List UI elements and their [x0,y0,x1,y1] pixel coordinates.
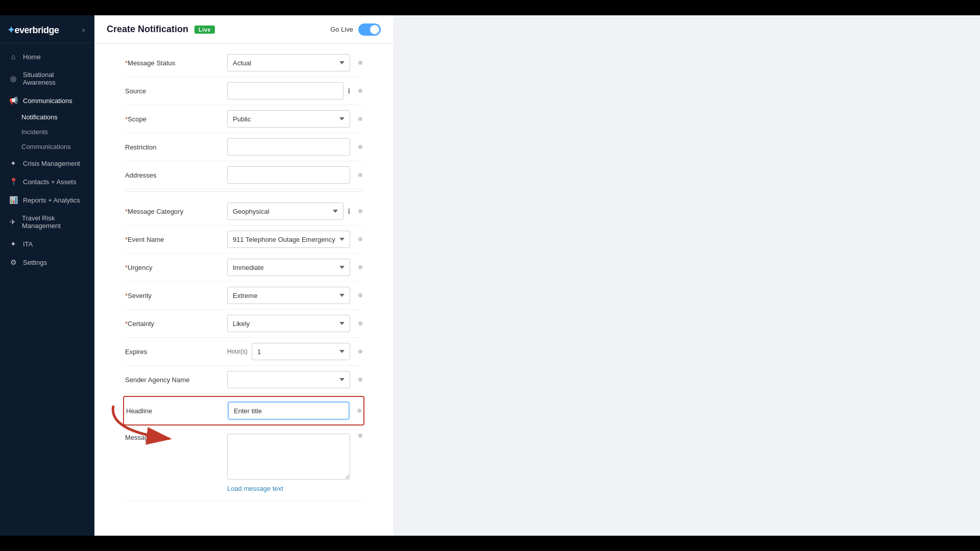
sidebar-item-situational-awareness-label: Situational Awareness [23,71,87,86]
situational-awareness-icon: ◎ [9,74,18,83]
expires-row: Expires Hour(s) 1 2 3 6 12 24 48 72 [125,338,362,366]
restriction-label: Restriction [125,143,227,151]
expires-control: Hour(s) 1 2 3 6 12 24 48 72 [227,343,350,360]
sidebar-sub-incidents-label: Incidents [21,128,48,136]
expires-label: Expires [125,348,227,356]
message-status-control: Actual Exercise System Test Draft [227,54,350,71]
form-container: *Message Status Actual Exercise System T… [94,44,393,536]
main-area: Create Notification Live Go Live *Messag… [94,15,393,536]
message-textarea[interactable] [227,434,350,480]
message-row: Message Load message text [125,428,362,501]
scope-indicator [358,117,362,121]
sidebar-item-home-label: Home [23,53,41,61]
severity-select[interactable]: Extreme Severe Moderate Minor Unknown [227,287,350,304]
urgency-label: *Urgency [125,264,227,271]
settings-icon: ⚙ [9,258,18,266]
sidebar-item-reports-analytics[interactable]: 📊 Reports + Analytics [0,191,94,209]
severity-row: *Severity Extreme Severe Moderate Minor … [125,282,362,310]
sender-agency-indicator [358,378,362,382]
severity-control: Extreme Severe Moderate Minor Unknown [227,287,350,304]
source-label: Source [125,87,227,95]
top-header: Create Notification Live Go Live [94,15,393,44]
urgency-row: *Urgency Immediate Expected Future Past … [125,254,362,282]
form-inner: *Message Status Actual Exercise System T… [94,44,393,521]
scope-control: Public Restricted Private [227,110,350,128]
event-name-label: *Event Name [125,236,227,243]
collapse-button[interactable]: « [80,26,87,35]
message-label: Message [125,434,227,441]
event-name-row: *Event Name 911 Telephone Outage Emergen… [125,226,362,254]
addresses-label: Addresses [125,171,227,179]
source-input[interactable] [227,82,344,99]
severity-label: *Severity [125,292,227,299]
addresses-control [227,166,350,184]
sidebar-item-ita[interactable]: ✦ ITA [0,235,94,253]
source-info-icon[interactable]: ℹ [348,87,350,95]
sidebar-item-settings[interactable]: ⚙ Settings [0,253,94,271]
scope-select[interactable]: Public Restricted Private [227,110,350,128]
sidebar-sub-item-incidents[interactable]: Incidents [21,124,94,139]
sidebar-sub-item-communications[interactable]: Communications [21,139,94,154]
crisis-management-icon: ✦ [9,159,18,167]
sender-agency-select[interactable] [227,371,350,388]
urgency-control: Immediate Expected Future Past Unknown [227,259,350,276]
message-category-indicator [358,209,362,213]
message-status-select[interactable]: Actual Exercise System Test Draft [227,54,350,71]
page-title: Create Notification [107,24,188,35]
source-control: ℹ [227,82,350,99]
sidebar-item-communications-label: Communications [23,97,72,105]
sidebar: ✦everbridge « ⌂ Home ◎ Situational Aware… [0,15,94,551]
sidebar-item-settings-label: Settings [23,259,47,266]
certainty-select[interactable]: Observed Likely Possible Unlikely Unknow… [227,315,350,332]
sidebar-item-situational-awareness[interactable]: ◎ Situational Awareness [0,66,94,91]
headline-input[interactable] [228,402,349,419]
black-bar-bottom [0,536,980,551]
addresses-indicator [358,173,362,177]
sender-agency-label: Sender Agency Name [125,376,227,384]
restriction-input[interactable] [227,138,350,156]
black-bar-top [0,0,980,15]
contacts-assets-icon: 📍 [9,178,18,186]
logo-text: ✦everbridge [7,24,59,36]
header-left: Create Notification Live [107,24,215,35]
header-right: Go Live [330,23,381,36]
sidebar-item-contacts-assets-label: Contacts + Assets [23,178,76,186]
expires-indicator [358,349,362,354]
message-status-indicator [358,61,362,65]
source-indicator [358,89,362,93]
message-status-row: *Message Status Actual Exercise System T… [125,49,362,77]
sidebar-item-home[interactable]: ⌂ Home [0,47,94,66]
sidebar-item-travel-risk-label: Travel Risk Management [22,214,87,230]
load-message-text-link[interactable]: Load message text [227,482,283,495]
sidebar-item-crisis-management-label: Crisis Management [23,160,80,167]
sidebar-item-contacts-assets[interactable]: 📍 Contacts + Assets [0,172,94,191]
sidebar-item-crisis-management[interactable]: ✦ Crisis Management [0,154,94,172]
message-category-control: Geophysical Meteorological Safety Securi… [227,203,350,220]
severity-indicator [358,293,362,297]
sidebar-item-communications[interactable]: 📢 Communications [0,91,94,110]
expires-select[interactable]: 1 2 3 6 12 24 48 72 [252,343,350,360]
addresses-input[interactable] [227,166,350,184]
sidebar-navigation: ⌂ Home ◎ Situational Awareness 📢 Communi… [0,43,94,551]
reports-analytics-icon: 📊 [9,196,18,204]
restriction-row: Restriction [125,133,362,161]
message-category-info-icon[interactable]: ℹ [348,207,350,215]
sidebar-sub-item-notifications[interactable]: Notifications [21,110,94,124]
communications-icon: 📢 [9,96,18,105]
home-icon: ⌂ [9,53,18,61]
event-name-indicator [358,237,362,241]
certainty-indicator [358,321,362,325]
sidebar-item-reports-analytics-label: Reports + Analytics [23,196,80,204]
event-name-select[interactable]: 911 Telephone Outage Emergency Other [227,231,350,248]
message-category-label: *Message Category [125,208,227,215]
message-category-select[interactable]: Geophysical Meteorological Safety Securi… [227,203,344,220]
sidebar-item-ita-label: ITA [23,240,33,248]
certainty-control: Observed Likely Possible Unlikely Unknow… [227,315,350,332]
live-badge: Live [194,26,215,34]
sidebar-item-travel-risk[interactable]: ✈ Travel Risk Management [0,209,94,235]
addresses-row: Addresses [125,161,362,189]
message-category-row: *Message Category Geophysical Meteorolog… [125,197,362,226]
go-live-toggle[interactable] [358,23,381,36]
sidebar-sub-notifications-label: Notifications [21,113,58,121]
urgency-select[interactable]: Immediate Expected Future Past Unknown [227,259,350,276]
